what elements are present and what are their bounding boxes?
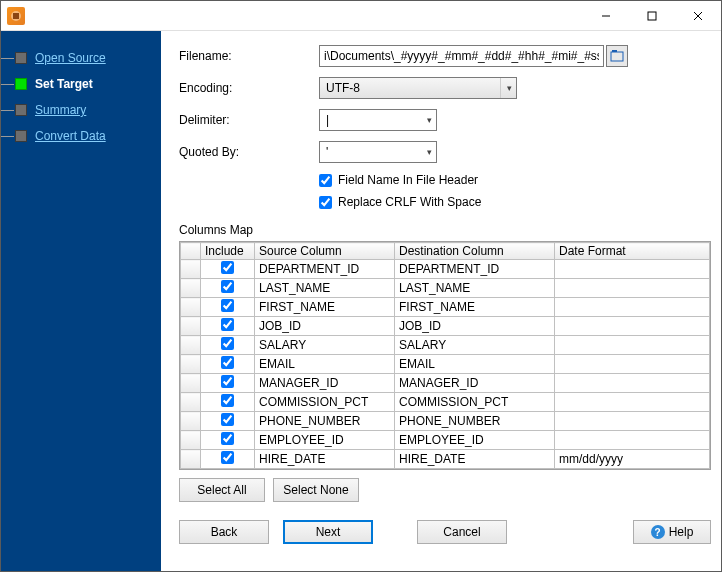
quotedby-select[interactable]: ' ▾	[319, 141, 437, 163]
row-header-cell[interactable]	[181, 260, 201, 279]
titlebar	[1, 1, 721, 31]
selection-buttons: Select All Select None	[179, 478, 711, 502]
sidebar-item-set-target[interactable]: Set Target	[1, 71, 161, 97]
include-cell[interactable]	[201, 450, 255, 469]
destination-cell[interactable]: LAST_NAME	[395, 279, 555, 298]
dateformat-cell[interactable]: mm/dd/yyyy	[555, 450, 710, 469]
row-header-cell[interactable]	[181, 450, 201, 469]
include-checkbox[interactable]	[221, 432, 234, 445]
row-header-cell[interactable]	[181, 317, 201, 336]
dateformat-cell[interactable]	[555, 298, 710, 317]
include-cell[interactable]	[201, 279, 255, 298]
source-cell[interactable]: LAST_NAME	[255, 279, 395, 298]
wizard-window: Open Source Set Target Summary Convert D…	[0, 0, 722, 572]
destination-cell[interactable]: EMAIL	[395, 355, 555, 374]
include-checkbox[interactable]	[221, 337, 234, 350]
help-button[interactable]: ? Help	[633, 520, 711, 544]
filename-input[interactable]	[319, 45, 604, 67]
include-cell[interactable]	[201, 260, 255, 279]
select-all-button[interactable]: Select All	[179, 478, 265, 502]
source-cell[interactable]: FIRST_NAME	[255, 298, 395, 317]
destination-cell[interactable]: PHONE_NUMBER	[395, 412, 555, 431]
include-cell[interactable]	[201, 336, 255, 355]
sidebar-item-open-source[interactable]: Open Source	[1, 45, 161, 71]
dateformat-cell[interactable]	[555, 279, 710, 298]
include-cell[interactable]	[201, 317, 255, 336]
dateformat-cell[interactable]	[555, 317, 710, 336]
dateformat-cell[interactable]	[555, 393, 710, 412]
source-cell[interactable]: JOB_ID	[255, 317, 395, 336]
include-checkbox[interactable]	[221, 280, 234, 293]
select-none-button[interactable]: Select None	[273, 478, 359, 502]
row-header-cell[interactable]	[181, 279, 201, 298]
row-header-cell[interactable]	[181, 336, 201, 355]
source-cell[interactable]: HIRE_DATE	[255, 450, 395, 469]
include-cell[interactable]	[201, 431, 255, 450]
sidebar-item-summary[interactable]: Summary	[1, 97, 161, 123]
destination-cell[interactable]: HIRE_DATE	[395, 450, 555, 469]
source-cell[interactable]: MANAGER_ID	[255, 374, 395, 393]
delimiter-select[interactable]: | ▾	[319, 109, 437, 131]
include-checkbox[interactable]	[221, 356, 234, 369]
maximize-button[interactable]	[629, 1, 675, 31]
row-header-cell[interactable]	[181, 298, 201, 317]
columns-grid: Include Source Column Destination Column…	[179, 241, 711, 470]
dateformat-cell[interactable]	[555, 431, 710, 450]
close-button[interactable]	[675, 1, 721, 31]
cancel-button[interactable]: Cancel	[417, 520, 507, 544]
col-dateformat[interactable]: Date Format	[555, 243, 710, 260]
help-label: Help	[669, 525, 694, 539]
source-cell[interactable]: EMAIL	[255, 355, 395, 374]
quotedby-value: '	[326, 145, 328, 159]
include-checkbox[interactable]	[221, 375, 234, 388]
replace-crlf-checkbox[interactable]	[319, 196, 332, 209]
include-checkbox[interactable]	[221, 413, 234, 426]
include-cell[interactable]	[201, 412, 255, 431]
include-checkbox[interactable]	[221, 394, 234, 407]
include-checkbox[interactable]	[221, 451, 234, 464]
col-destination[interactable]: Destination Column	[395, 243, 555, 260]
row-header-cell[interactable]	[181, 393, 201, 412]
browse-button[interactable]	[606, 45, 628, 67]
dateformat-cell[interactable]	[555, 336, 710, 355]
row-header-cell[interactable]	[181, 431, 201, 450]
include-checkbox[interactable]	[221, 261, 234, 274]
row-header-cell[interactable]	[181, 355, 201, 374]
source-cell[interactable]: PHONE_NUMBER	[255, 412, 395, 431]
destination-cell[interactable]: COMMISSION_PCT	[395, 393, 555, 412]
dateformat-cell[interactable]	[555, 355, 710, 374]
back-button[interactable]: Back	[179, 520, 269, 544]
source-cell[interactable]: COMMISSION_PCT	[255, 393, 395, 412]
dateformat-cell[interactable]	[555, 260, 710, 279]
encoding-select[interactable]: UTF-8 ▾	[319, 77, 517, 99]
destination-cell[interactable]: EMPLOYEE_ID	[395, 431, 555, 450]
sidebar-item-convert-data[interactable]: Convert Data	[1, 123, 161, 149]
source-cell[interactable]: SALARY	[255, 336, 395, 355]
include-cell[interactable]	[201, 393, 255, 412]
source-cell[interactable]: DEPARTMENT_ID	[255, 260, 395, 279]
fieldname-header-checkbox[interactable]	[319, 174, 332, 187]
include-checkbox[interactable]	[221, 318, 234, 331]
row-header-cell[interactable]	[181, 374, 201, 393]
dateformat-cell[interactable]	[555, 374, 710, 393]
source-cell[interactable]: EMPLOYEE_ID	[255, 431, 395, 450]
destination-cell[interactable]: JOB_ID	[395, 317, 555, 336]
sidebar-item-label: Open Source	[35, 51, 106, 65]
minimize-button[interactable]	[583, 1, 629, 31]
dateformat-cell[interactable]	[555, 412, 710, 431]
destination-cell[interactable]: FIRST_NAME	[395, 298, 555, 317]
next-button[interactable]: Next	[283, 520, 373, 544]
svg-rect-7	[612, 50, 617, 52]
row-header-cell[interactable]	[181, 412, 201, 431]
col-source[interactable]: Source Column	[255, 243, 395, 260]
col-include[interactable]: Include	[201, 243, 255, 260]
include-checkbox[interactable]	[221, 299, 234, 312]
destination-cell[interactable]: MANAGER_ID	[395, 374, 555, 393]
destination-cell[interactable]: SALARY	[395, 336, 555, 355]
destination-cell[interactable]: DEPARTMENT_ID	[395, 260, 555, 279]
include-cell[interactable]	[201, 355, 255, 374]
include-cell[interactable]	[201, 374, 255, 393]
row-fieldname-header: Field Name In File Header	[319, 173, 711, 187]
delimiter-value: |	[326, 113, 329, 127]
include-cell[interactable]	[201, 298, 255, 317]
